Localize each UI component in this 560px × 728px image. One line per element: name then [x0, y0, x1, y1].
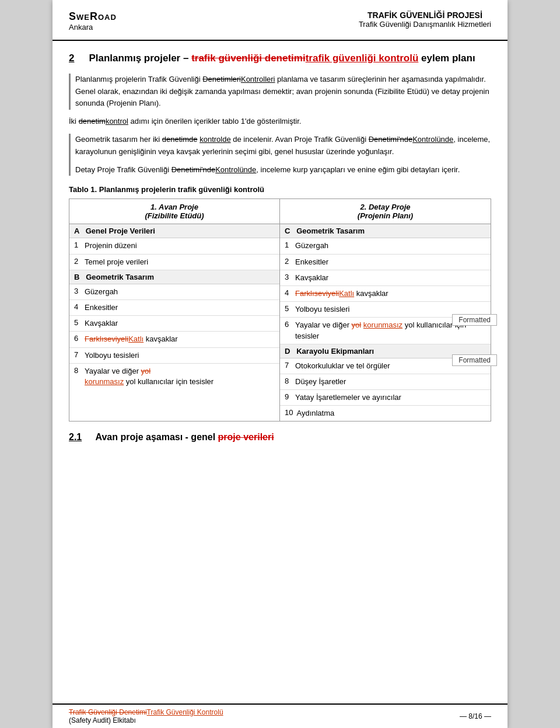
row-num: 2: [280, 255, 294, 268]
row-num: 6: [280, 318, 294, 331]
katli-underline: Katlı: [128, 335, 144, 343]
table-left-header: 1. Avan Proje(Fizibilite Etüdü): [69, 199, 279, 224]
paragraph2: İki denetimkontrol adımı için önerilen i…: [69, 116, 491, 128]
table-row: 9 Yatay İşaretlemeler ve ayırıcılar: [280, 390, 491, 406]
kontrolunde-underline: Kontrolünde: [412, 135, 453, 144]
section2-title-strikethrough: trafik güvenliği denetimi: [191, 53, 306, 64]
kontrolunde-underline2: Kontrolünde: [215, 165, 256, 174]
row-text: Yolboyu tesisleri: [294, 302, 354, 317]
table-row: 5 Kavşaklar: [69, 316, 279, 332]
header-right: TRAFİK GÜVENLİĞİ PROJESİ Trafik Güvenliğ…: [359, 11, 491, 29]
row-num: 10: [280, 406, 295, 419]
row-num: 5: [69, 316, 83, 329]
row-num: 7: [280, 358, 294, 372]
formatted-badge-1: Formatted: [452, 314, 497, 326]
paragraph1: Planlanmış projelerin Trafik Güvenliği D…: [75, 74, 491, 110]
row-text: Yayalar ve diğer yol korunmasız yol kull…: [83, 364, 218, 389]
table-section-b: B Geometrik Tasarım: [69, 270, 279, 284]
denetimi-nde-strike2: Denetimi'nde: [172, 165, 215, 174]
section2-title-suffix: eylem planı: [421, 53, 475, 64]
farkliseviyeli-strike: Farklıseviyeli: [85, 335, 128, 343]
table-right-header: 2. Detay Proje(Projenin Planı): [280, 199, 491, 224]
farkliseviyeli-strike2: Farklıseviyeli: [295, 289, 339, 298]
document-page: SweRoad Ankara TRAFİK GÜVENLİĞİ PROJESİ …: [52, 0, 508, 728]
row-num: 1: [69, 238, 83, 252]
section2-heading: 2 Planlanmış projeler – trafik güvenliği…: [69, 51, 491, 65]
paragraph3-line2: Detay Proje Trafik Güvenliği Denetimi'nd…: [75, 164, 491, 176]
denetimler-strikethrough: Denetimleri: [202, 75, 241, 83]
table-row: 2 Enkesitler: [280, 255, 491, 270]
row-text: Kavşaklar: [294, 270, 333, 285]
row-num: 5: [280, 302, 294, 315]
page-footer: Trafik Güvenliği DenetimiTrafik Güvenliğ…: [52, 703, 508, 728]
page-content: 2 Planlanmış projeler – trafik güvenliği…: [52, 51, 508, 459]
project-subtitle: Trafik Güvenliği Danışmanlık Hizmetleri: [359, 20, 491, 29]
section21-heading: 2.1 Avan proje aşaması - genel proje ver…: [69, 432, 491, 443]
row-text: Temel proje verileri: [83, 255, 153, 270]
table-row: 4 Enkesitler: [69, 300, 279, 316]
table-row: 8 Düşey İşaretler: [280, 374, 491, 390]
table-row: 4 FarklıseviyeliKatlı kavşaklar: [280, 286, 491, 302]
yol-strike2: yol: [352, 321, 362, 329]
kontrol-underline: kontrol: [106, 117, 128, 126]
section21-title-strike: proje verileri: [218, 432, 274, 442]
table-col-left: 1. Avan Proje(Fizibilite Etüdü) A Genel …: [69, 199, 280, 421]
table-col-right: 2. Detay Proje(Projenin Planı) C Geometr…: [280, 199, 491, 421]
row-text: Yatay İşaretlemeler ve ayırıcılar: [294, 390, 406, 405]
project-title: TRAFİK GÜVENLİĞİ PROJESİ: [359, 11, 491, 20]
company-name: SweRoad: [69, 11, 117, 23]
header-left: SweRoad Ankara: [69, 11, 117, 32]
row-num: 1: [280, 238, 294, 252]
row-text: Projenin düzeni: [83, 238, 142, 253]
row-num: 3: [69, 284, 83, 298]
main-table: 1. Avan Proje(Fizibilite Etüdü) A Genel …: [69, 198, 491, 422]
row-text: Yolboyu tesisleri: [83, 348, 144, 363]
yol-strike: yol: [141, 367, 151, 375]
footer-subtitle: (Safety Audit) Elkitabı: [69, 716, 136, 724]
row-text: Otokorkuluklar ve tel örgüler: [294, 358, 395, 374]
row-num: 7: [69, 348, 83, 361]
row-text: Aydınlatma: [295, 406, 339, 421]
table-row: 7 Yolboyu tesisleri: [69, 348, 279, 364]
row-text: FarklıseviyeliKatlı kavşaklar: [83, 332, 183, 347]
row-num: 9: [280, 390, 294, 403]
row-text: Güzergah: [294, 238, 333, 253]
table-row: 1 Projenin düzeni: [69, 238, 279, 254]
table-section-a: A Genel Proje Verileri: [69, 224, 279, 238]
table-row: 6 FarklıseviyeliKatlı kavşaklar: [69, 332, 279, 347]
table-section-c: C Geometrik Tasarım: [280, 224, 491, 238]
row-text: Düşey İşaretler: [294, 374, 351, 389]
row-num: 8: [280, 374, 294, 388]
formatted-badge-2: Formatted: [452, 354, 497, 366]
section21-title-prefix: Avan proje aşaması - genel: [95, 432, 218, 442]
section2-title-prefix: Planlanmış projeler –: [89, 53, 188, 64]
footer-left: Trafik Güvenliği DenetimiTrafik Güvenliğ…: [69, 708, 223, 724]
kontrolde-underline: kontrolde: [200, 135, 230, 144]
table-row: 2 Temel proje verileri: [69, 255, 279, 270]
page-header: SweRoad Ankara TRAFİK GÜVENLİĞİ PROJESİ …: [52, 0, 508, 41]
row-num: 6: [69, 332, 83, 345]
row-text: FarklıseviyeliKatlı kavşaklar: [294, 286, 393, 301]
footer-underline: Trafik Güvenliği Kontrolü: [147, 708, 223, 716]
denetimi-nde-strike: Denetimi'nde: [369, 135, 412, 144]
section2-title-underline: trafik güvenliği kontrolü: [306, 53, 419, 64]
paragraph3-line1: Geometrik tasarım her iki denetimde kont…: [75, 134, 491, 158]
denetimde-strike: denetimde: [162, 135, 198, 144]
row-num: 2: [69, 255, 83, 268]
table-row: 3 Güzergah: [69, 284, 279, 300]
row-text: Güzergah: [83, 284, 123, 299]
table-caption: Tablo 1. Planlanmış projelerin trafik gü…: [69, 185, 491, 194]
footer-center: — 8/16 —: [460, 712, 491, 720]
table-row: 1 Güzergah: [280, 238, 491, 254]
korunmasiz-underline2: korunmasız: [363, 321, 402, 329]
section2-number: 2: [69, 53, 74, 64]
footer-strike: Trafik Güvenliği Denetimi: [69, 708, 147, 716]
korunmasiz-underline: korunmasız: [85, 377, 124, 386]
paragraph2-block: İki denetimkontrol adımı için önerilen i…: [69, 116, 491, 128]
katli-underline2: Katlı: [339, 289, 354, 298]
row-text: Kavşaklar: [83, 316, 123, 331]
row-num: 4: [69, 300, 83, 314]
row-num: 4: [280, 286, 294, 299]
paragraph1-block: Planlanmış projelerin Trafik Güvenliği D…: [69, 74, 491, 110]
denetim-strike: denetim: [79, 117, 106, 126]
